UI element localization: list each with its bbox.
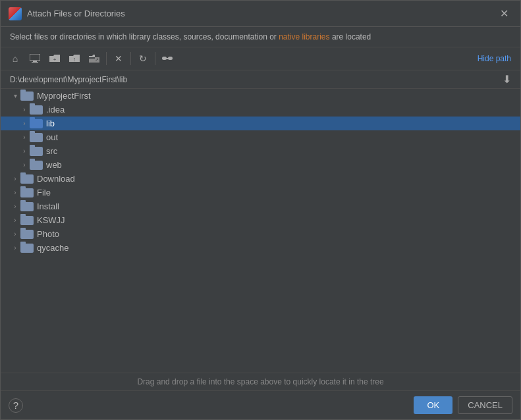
item-label-photo: Photo [37, 229, 59, 239]
item-label-install: Install [37, 201, 59, 211]
close-button[interactable]: ✕ [496, 6, 512, 21]
chevron-myprojectfirst: ▾ [10, 92, 20, 99]
dialog-title: Attach Files or Directories [27, 9, 491, 18]
tree-item-install[interactable]: › Install [1, 199, 520, 213]
folder-icon-myprojectfirst [20, 92, 34, 101]
item-label-download: Download [37, 174, 75, 184]
current-path: D:\development\MyprojectFirst\lib [10, 75, 127, 84]
item-label-lib: lib [46, 118, 55, 128]
chevron-src: › [19, 147, 30, 155]
folder-icon-src [30, 147, 43, 156]
folder-up-button[interactable]: ↑ [65, 50, 84, 67]
svg-rect-2 [32, 62, 38, 63]
tree-item-web[interactable]: › web [1, 158, 520, 172]
toolbar-separator2 [130, 52, 131, 65]
folder-icon-install [20, 202, 34, 211]
cancel-button[interactable]: CANCEL [458, 396, 512, 414]
chevron-lib: › [19, 120, 30, 127]
svg-text:↑: ↑ [73, 56, 76, 63]
bottom-bar: ? OK CANCEL [1, 390, 520, 419]
item-label-out: out [46, 132, 58, 142]
ok-button[interactable]: OK [414, 396, 452, 414]
item-label-web: web [46, 160, 62, 170]
chevron-kswjj: › [10, 217, 20, 224]
tree-item-qycache[interactable]: › qycache [1, 241, 520, 255]
toolbar: ⌂ + ↑ ↗ ✕ ↻ Hide path [1, 47, 520, 70]
file-tree[interactable]: ▾ MyprojectFirst › .idea › lib › out › s… [1, 89, 520, 373]
chevron-install: › [10, 203, 20, 210]
folder-icon-photo [20, 230, 34, 239]
svg-text:↗: ↗ [95, 57, 99, 62]
chevron-out: › [19, 134, 30, 141]
desktop-button[interactable] [26, 50, 44, 67]
drag-hint: Drag and drop a file into the space abov… [1, 373, 520, 390]
new-folder-button[interactable]: + [45, 50, 64, 67]
svg-rect-8 [165, 58, 169, 59]
folder-icon-lib [30, 119, 43, 128]
subtitle-highlight: native libraries [279, 32, 329, 41]
tree-item-file[interactable]: › File [1, 186, 520, 199]
download-icon[interactable]: ⬇ [503, 73, 511, 86]
refresh-button[interactable]: ↻ [134, 50, 152, 67]
tree-item-src[interactable]: › src [1, 144, 520, 158]
chevron-download: › [10, 175, 20, 182]
title-bar: Attach Files or Directories ✕ [1, 1, 520, 27]
delete-button[interactable]: ✕ [109, 50, 128, 67]
path-bar: D:\development\MyprojectFirst\lib ⬇ [1, 70, 520, 89]
chevron-web: › [19, 161, 30, 169]
hide-path-button[interactable]: Hide path [474, 53, 515, 65]
chevron-file: › [10, 189, 20, 196]
chevron-idea: › [19, 106, 30, 113]
tree-item-download[interactable]: › Download [1, 172, 520, 186]
toolbar-separator3 [155, 52, 155, 65]
folder-icon-file [20, 188, 34, 197]
tree-item-myprojectfirst[interactable]: ▾ MyprojectFirst [1, 89, 520, 103]
subtitle: Select files or directories in which lib… [1, 27, 520, 47]
folder-icon-download [20, 174, 34, 184]
item-label-file: File [37, 188, 51, 197]
item-label-qycache: qycache [37, 243, 69, 253]
tree-item-out[interactable]: › out [1, 130, 520, 144]
dialog: Attach Files or Directories ✕ Select fil… [0, 0, 521, 420]
folder-icon-qycache [20, 244, 34, 253]
tree-item-lib[interactable]: › lib [1, 117, 520, 130]
item-label-src: src [46, 146, 57, 156]
tree-item-photo[interactable]: › Photo [1, 227, 520, 241]
folder-icon-web [30, 161, 43, 170]
tree-item-idea[interactable]: › .idea [1, 103, 520, 117]
tree-item-kswjj[interactable]: › KSWJJ [1, 213, 520, 227]
help-button[interactable]: ? [9, 398, 23, 413]
app-icon [9, 7, 22, 20]
chevron-qycache: › [10, 244, 20, 251]
item-label-idea: .idea [46, 105, 65, 115]
home-button[interactable]: ⌂ [6, 50, 24, 67]
svg-text:+: + [53, 57, 57, 63]
folder-icon-out [30, 133, 43, 142]
folder-icon-idea [30, 105, 43, 115]
action-buttons: OK CANCEL [414, 396, 512, 414]
chevron-photo: › [10, 230, 20, 238]
item-label-myprojectfirst: MyprojectFirst [37, 91, 91, 101]
svg-rect-1 [33, 61, 37, 62]
toolbar-separator [106, 52, 107, 65]
folder-icon-kswjj [20, 216, 34, 225]
folder-link-button[interactable]: ↗ [85, 50, 103, 67]
svg-rect-0 [30, 54, 40, 61]
link-button[interactable] [158, 50, 177, 67]
item-label-kswjj: KSWJJ [37, 215, 65, 225]
